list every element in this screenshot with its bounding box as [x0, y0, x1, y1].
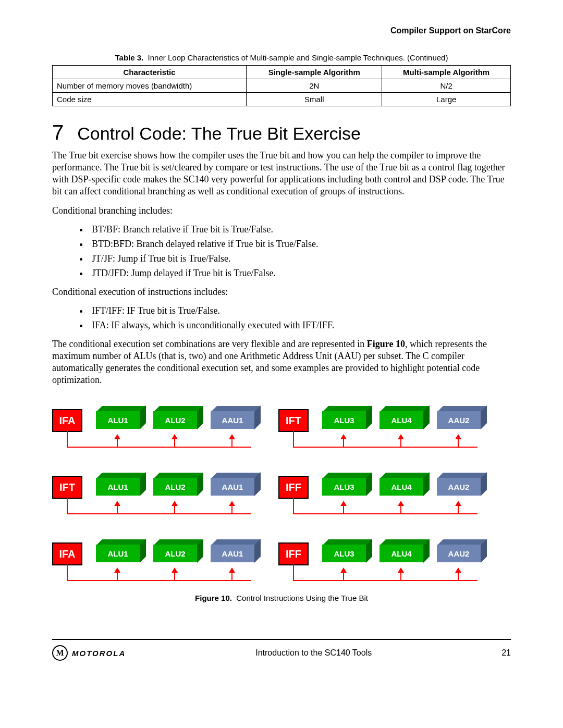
text: The conditional execution set combinatio… [52, 339, 367, 349]
arrow-up-icon [400, 572, 401, 580]
arrow-up-icon [117, 572, 118, 580]
list-item: JT/JF: Jump if True bit is True/False. [89, 253, 511, 264]
alu-block: ALU4 [380, 478, 423, 496]
footer-title: Introduction to the SC140 Tools [255, 648, 372, 658]
alu-block: ALU3 [322, 411, 366, 429]
alu-block: ALU2 [153, 545, 197, 562]
page-number: 21 [501, 648, 511, 658]
list-item: JTD/JFD: Jump delayed if True bit is Tru… [89, 268, 511, 279]
th-single: Single-sample Algorithm [247, 66, 382, 79]
diagram-row: IFAALU1ALU2AAU1IFTALU3ALU4AAU2 [52, 400, 511, 448]
connector [52, 497, 261, 514]
figure-caption-text: Control Instructions Using the True Bit [236, 594, 368, 602]
arrow-up-icon [400, 438, 401, 447]
th-characteristic: Characteristic [53, 66, 247, 79]
characteristics-table: Characteristic Single-sample Algorithm M… [52, 65, 511, 106]
diagram-row: IFAALU1ALU2AAU1IFFALU3ALU4AAU2 [52, 533, 511, 581]
diagram-row: IFTALU1ALU2AAU1IFFALU3ALU4AAU2 [52, 466, 511, 514]
arrow-up-icon [174, 572, 175, 580]
diagram-group: IFFALU3ALU4AAU2 [278, 466, 487, 514]
section-title: Control Code: The True Bit Exercise [77, 124, 361, 144]
aau-block: AAU2 [437, 545, 481, 562]
table-caption: Table 3. Inner Loop Characteristics of M… [52, 53, 511, 62]
arrow-up-icon [343, 572, 344, 580]
cell: Number of memory moves (bandwidth) [53, 79, 247, 93]
arrow-up-icon [458, 438, 459, 447]
arrow-up-icon [343, 505, 344, 513]
brand: M MOTOROLA [52, 645, 126, 661]
arrow-up-icon [231, 438, 232, 447]
arrow-up-icon [458, 572, 459, 580]
arrow-up-icon [343, 438, 344, 447]
aau-block: AAU2 [437, 478, 481, 496]
aau-block: AAU2 [437, 411, 481, 429]
arrow-up-icon [174, 505, 175, 513]
alu-block: ALU4 [380, 411, 423, 429]
cell: Small [247, 93, 382, 106]
connector [278, 430, 487, 448]
paragraph: The True bit exercise shows how the comp… [52, 150, 511, 198]
table-row: Number of memory moves (bandwidth) 2N N/… [53, 79, 511, 93]
alu-block: ALU2 [153, 411, 197, 429]
connector [52, 563, 261, 581]
paragraph: Conditional execution of instructions in… [52, 286, 511, 298]
footer-rule [52, 639, 511, 640]
arrow-up-icon [231, 505, 232, 513]
list-item: BTD:BFD: Branch delayed relative if True… [89, 239, 511, 250]
diagram-group: IFTALU3ALU4AAU2 [278, 400, 487, 448]
list-item: BT/BF: Branch relative if True bit is Tr… [89, 224, 511, 235]
alu-block: ALU3 [322, 478, 366, 496]
figure-label: Figure 10. [195, 594, 232, 602]
list-item: IFT/IFF: IF True bit is True/False. [89, 305, 511, 316]
branching-list: BT/BF: Branch relative if True bit is Tr… [52, 224, 511, 279]
arrow-up-icon [458, 505, 459, 513]
cell: N/2 [382, 79, 511, 93]
arrow-up-icon [174, 438, 175, 447]
alu-block: ALU1 [96, 411, 140, 429]
figure-10: IFAALU1ALU2AAU1IFTALU3ALU4AAU2IFTALU1ALU… [52, 400, 511, 602]
th-multi: Multi-sample Algorithm [382, 66, 511, 79]
aau-block: AAU1 [211, 545, 254, 562]
alu-block: ALU4 [380, 545, 423, 562]
cell: Large [382, 93, 511, 106]
figure-ref: Figure 10 [367, 339, 405, 349]
table-caption-text: Inner Loop Characteristics of Multi-samp… [148, 53, 448, 62]
connector [278, 497, 487, 514]
arrow-up-icon [231, 572, 232, 580]
paragraph: Conditional branching includes: [52, 205, 511, 217]
paragraph: The conditional execution set combinatio… [52, 338, 511, 386]
alu-block: ALU3 [322, 545, 366, 562]
execution-list: IFT/IFF: IF True bit is True/False. IFA:… [52, 305, 511, 331]
connector [278, 563, 487, 581]
brand-text: MOTOROLA [72, 649, 126, 658]
arrow-up-icon [117, 505, 118, 513]
arrow-up-icon [117, 438, 118, 447]
alu-block: ALU1 [96, 545, 140, 562]
motorola-logo-icon: M [52, 645, 68, 661]
aau-block: AAU1 [211, 478, 254, 496]
diagram-group: IFFALU3ALU4AAU2 [278, 533, 487, 581]
aau-block: AAU1 [211, 411, 254, 429]
table-row: Code size Small Large [53, 93, 511, 106]
section-heading: 7 Control Code: The True Bit Exercise [52, 121, 511, 144]
section-number: 7 [52, 121, 64, 144]
cell: 2N [247, 79, 382, 93]
arrow-up-icon [400, 505, 401, 513]
diagram-group: IFAALU1ALU2AAU1 [52, 533, 261, 581]
figure-caption: Figure 10. Control Instructions Using th… [52, 594, 511, 602]
running-header: Compiler Support on StarCore [52, 26, 511, 35]
table-label: Table 3. [115, 53, 144, 62]
connector [52, 430, 261, 448]
diagram-group: IFTALU1ALU2AAU1 [52, 466, 261, 514]
page-footer: M MOTOROLA Introduction to the SC140 Too… [52, 645, 511, 661]
list-item: IFA: IF always, which is unconditionally… [89, 320, 511, 331]
diagram-group: IFAALU1ALU2AAU1 [52, 400, 261, 448]
alu-block: ALU1 [96, 478, 140, 496]
cell: Code size [53, 93, 247, 106]
alu-block: ALU2 [153, 478, 197, 496]
